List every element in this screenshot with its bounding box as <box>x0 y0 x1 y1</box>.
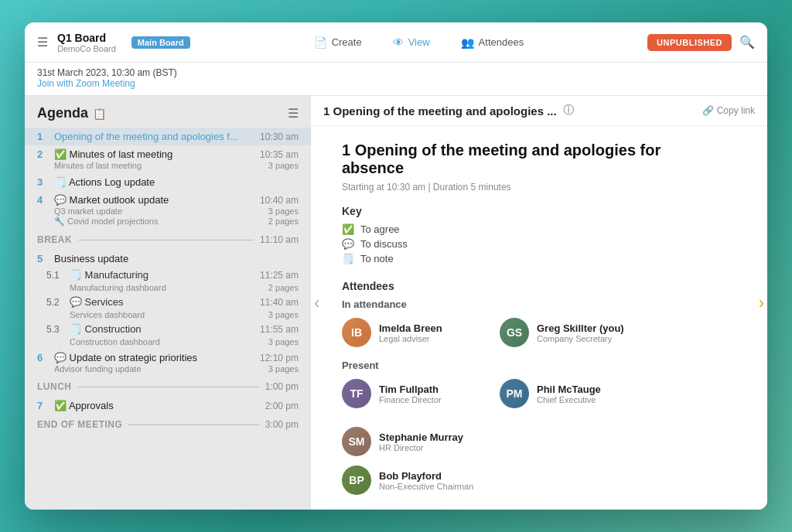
item-number-1: 1 <box>37 131 50 142</box>
lunch-time: 1:00 pm <box>265 381 299 392</box>
edit-icon[interactable]: 📋 <box>93 107 106 120</box>
nav-create[interactable]: 📄 Create <box>308 33 368 52</box>
item-sub-6: Advisor funding update 3 pages <box>37 364 299 373</box>
attendee-info-bob: Bob Playford Non-Executive Chairman <box>379 470 473 491</box>
end-label: END OF MEETING <box>37 419 122 430</box>
item-title-3: 🗒️ Actions Log update <box>54 176 299 188</box>
top-bar: ☰ Q1 Board DemoCo Board Main Board 📄 Cre… <box>25 22 767 63</box>
nav-next-button[interactable]: › <box>756 284 767 322</box>
top-right: UNPUBLISHED 🔍 <box>647 34 755 51</box>
hamburger-icon[interactable]: ☰ <box>37 35 48 49</box>
attendee-info-stephanie: Stephanie Murray HR Director <box>379 431 463 452</box>
board-title-group: Q1 Board DemoCo Board <box>57 32 116 53</box>
agenda-item-7[interactable]: 7 ✅ Approvals 2:00 pm <box>25 397 311 414</box>
note-icon: 🗒️ <box>342 253 354 264</box>
view-icon: 👁 <box>393 36 404 49</box>
break-time: 11:10 am <box>260 234 299 245</box>
main-content: 1 Opening of the meeting and apologies .… <box>311 96 767 510</box>
sub-item-5-3[interactable]: 5.3 🗒️ Construction 11:55 am <box>25 322 311 336</box>
item-title-7: ✅ Approvals <box>54 400 259 411</box>
item-content: 1 Opening of the meeting and apologies f… <box>311 126 767 510</box>
item-meta: Starting at 10:30 am | Duration 5 minute… <box>342 182 721 193</box>
att-name-greg: Greg Skillter (you) <box>537 322 624 334</box>
avatar-stephanie: SM <box>342 427 371 456</box>
att-name-imelda: Imelda Breen <box>379 322 442 334</box>
att-role-phil: Chief Executive <box>537 395 601 404</box>
item-title-1: Opening of the meeting and apologies f..… <box>54 131 254 142</box>
nav-attendees[interactable]: 👥 Attendees <box>455 33 531 52</box>
main-header: 1 Opening of the meeting and apologies .… <box>311 96 767 126</box>
att-name-stephanie: Stephanie Murray <box>379 431 463 443</box>
avatar-tim: TF <box>342 379 371 408</box>
unpublished-button[interactable]: UNPUBLISHED <box>647 34 732 51</box>
item-number-2: 2 <box>37 148 50 160</box>
discuss-icon: 💬 <box>342 238 354 250</box>
item-title-4: 💬 Market outlook update <box>54 194 254 206</box>
main-header-title: 1 Opening of the meeting and apologies .… <box>323 104 557 118</box>
lunch-row: LUNCH 1:00 pm <box>25 377 311 397</box>
agenda-item-4[interactable]: 4 💬 Market outlook update 10:40 am Q3 ma… <box>25 191 311 230</box>
item-sub-2: Minutes of last meeting 3 pages <box>37 161 299 170</box>
search-icon[interactable]: 🔍 <box>739 35 755 49</box>
zoom-link[interactable]: Join with Zoom Meeting <box>37 78 755 89</box>
sub-item-time-52: 11:40 am <box>260 297 299 308</box>
sub-page-53: Construction dashboard 3 pages <box>25 336 311 349</box>
item-title-6: 💬 Update on strategic priorities <box>54 352 254 363</box>
att-name-tim: Tim Fullpath <box>379 384 442 395</box>
agenda-item-2[interactable]: 2 ✅ Minutes of last meeting 10:35 am Min… <box>25 145 311 173</box>
att-role-stephanie: HR Director <box>379 443 463 452</box>
agenda-item-5[interactable]: 5 Business update <box>25 250 311 268</box>
sub-bar: 31st March 2023, 10:30 am (BST) Join wit… <box>25 63 767 96</box>
item-time-2: 10:35 am <box>260 149 299 160</box>
present-label: Present <box>342 360 721 371</box>
agenda-item-1[interactable]: 1 Opening of the meeting and apologies f… <box>25 128 311 145</box>
att-name-phil: Phil McTauge <box>537 384 601 395</box>
in-attendance-grid: IB Imelda Breen Legal adviser GS Greg Sk… <box>342 318 721 347</box>
break-label: BREAK <box>37 234 72 245</box>
sub-item-5-2[interactable]: 5.2 💬 Services 11:40 am <box>25 295 311 309</box>
item-number-6: 6 <box>37 352 50 363</box>
present-grid: TF Tim Fullpath Finance Director PM Phil… <box>342 379 721 456</box>
att-role-tim: Finance Director <box>379 395 442 404</box>
attendee-greg: GS Greg Skillter (you) Company Secretary <box>500 318 639 347</box>
avatar-greg: GS <box>500 318 529 347</box>
agenda-item-3[interactable]: 3 🗒️ Actions Log update <box>25 173 311 191</box>
main-board-badge: Main Board <box>131 36 190 49</box>
avatar-phil: PM <box>500 379 529 408</box>
attendee-info-phil: Phil McTauge Chief Executive <box>537 384 601 404</box>
attendees-label: Attendees <box>342 280 721 292</box>
sidebar-header: Agenda 📋 ☰ <box>25 105 311 128</box>
attendee-stephanie: SM Stephanie Murray HR Director <box>342 427 481 456</box>
item-number-7: 7 <box>37 400 50 411</box>
attendee-tim: TF Tim Fullpath Finance Director <box>342 379 481 408</box>
sub-item-num-52: 5.2 <box>46 297 70 308</box>
item-title-2: ✅ Minutes of last meeting <box>54 148 254 160</box>
nav-view[interactable]: 👁 View <box>387 33 436 52</box>
key-item-agree: ✅ To agree <box>342 223 721 235</box>
app-window: ☰ Q1 Board DemoCo Board Main Board 📄 Cre… <box>25 22 767 510</box>
sidebar: Agenda 📋 ☰ 1 Opening of the meeting and … <box>25 96 311 510</box>
item-number-4: 4 <box>37 194 50 206</box>
sub-item-title-52: 💬 Services <box>70 296 260 308</box>
avatar-imelda: IB <box>342 318 371 347</box>
sub-item-time-53: 11:55 am <box>260 324 299 335</box>
nav-prev-button[interactable]: ‹ <box>311 284 323 322</box>
attendee-imelda: IB Imelda Breen Legal adviser <box>342 318 481 347</box>
agenda-item-6[interactable]: 6 💬 Update on strategic priorities 12:10… <box>25 349 311 377</box>
board-title: Q1 Board <box>57 32 116 44</box>
present-section: Present TF Tim Fullpath Finance Director <box>342 360 721 495</box>
content-title: 1 Opening of the meeting and apologies f… <box>342 142 721 177</box>
attendees-icon: 👥 <box>461 36 474 49</box>
list-view-icon[interactable]: ☰ <box>288 106 299 121</box>
board-subtitle: DemoCo Board <box>57 44 116 53</box>
agree-icon: ✅ <box>342 223 354 235</box>
present-grid-2: BP Bob Playford Non-Executive Chairman <box>342 466 721 495</box>
sub-item-5-1[interactable]: 5.1 🗒️ Manufacturing 11:25 am <box>25 268 311 282</box>
item-title-5: Business update <box>54 253 299 264</box>
avatar-bob: BP <box>342 466 371 495</box>
break-line <box>78 240 254 240</box>
content-area: Agenda 📋 ☰ 1 Opening of the meeting and … <box>25 96 767 510</box>
copy-link[interactable]: 🔗 Copy link <box>702 105 755 116</box>
agenda-title: Agenda 📋 <box>37 105 106 121</box>
att-role-imelda: Legal adviser <box>379 334 442 343</box>
